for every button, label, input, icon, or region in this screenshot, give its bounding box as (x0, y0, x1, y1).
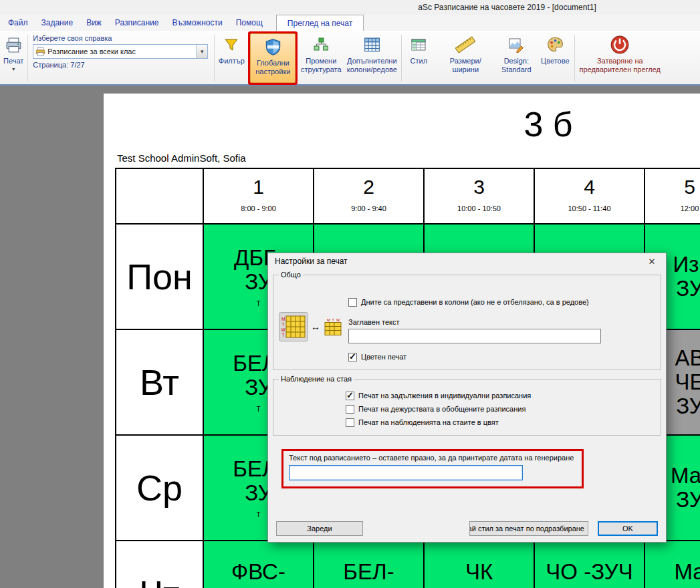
design-label-1: Design: (504, 57, 529, 65)
change-structure-button[interactable]: Промени структурата (299, 32, 343, 84)
ribbon-toolbar: Печат Изберете своя справка Разписание з… (0, 31, 700, 86)
report-group: Изберете своя справка Разписание за всек… (29, 32, 213, 84)
checkbox-box[interactable] (348, 298, 357, 307)
power-icon (610, 35, 630, 55)
print-button[interactable]: Печат (0, 32, 27, 84)
ribbon-separator (574, 35, 575, 82)
ok-button[interactable]: OK (598, 521, 658, 536)
checkbox-box[interactable] (346, 392, 354, 400)
footer-text-label: Текст под разписанието – оставете празно… (289, 454, 576, 462)
lesson-cell: ЧК (424, 541, 534, 588)
combo-dropdown-button[interactable] (196, 45, 207, 58)
svg-text:M: M (327, 318, 330, 322)
grid-table-icon (363, 35, 381, 55)
checkbox-box[interactable] (348, 353, 357, 361)
days-in-columns-label: Дните са представени в колони (ако не е … (361, 298, 589, 306)
chevron-down-icon[interactable] (12, 66, 15, 73)
print-settings-dialog: Настройки за печат Общо M T (267, 253, 667, 543)
menu-file[interactable]: Файл (1, 15, 35, 31)
printer-icon (5, 35, 23, 55)
report-picker-label: Изберете своя справка (33, 34, 112, 42)
org-chart-icon (312, 35, 330, 55)
color-print-label: Цветен печат (361, 353, 406, 361)
extra-columns-rows-button[interactable]: Допълнителни колони/редове (343, 32, 400, 84)
menu-view[interactable]: Виж (80, 15, 108, 31)
ruler-icon (455, 35, 475, 55)
day-label: Ср (116, 435, 203, 541)
days-in-columns-checkbox[interactable]: Дните са представени в колони (ако не е … (348, 298, 654, 307)
window-title: aSc Разписание на часовете 2019 - [docum… (418, 3, 596, 12)
corner-cell (116, 168, 203, 224)
period-header: 2 9:00 - 9:40 (314, 168, 424, 224)
color-print-checkbox[interactable]: Цветен печат (348, 353, 654, 361)
close-preview-label-1: Затваряне на (597, 57, 643, 65)
svg-text:M: M (281, 317, 285, 321)
colors-label: Цветове (541, 57, 569, 65)
print-duties-summary-checkbox[interactable]: Печат на дежурствата в обобщените разпис… (346, 405, 654, 414)
palette-icon (546, 35, 564, 55)
period-header: 4 10:50 - 11:40 (534, 168, 645, 224)
period-header: 3 10:00 - 10:50 (424, 168, 534, 224)
lesson-cell: Ма (645, 541, 700, 588)
design-pencil-icon (507, 35, 525, 55)
filter-icon (223, 35, 240, 55)
global-settings-button[interactable]: Глобални настройки (251, 34, 295, 82)
dialog-buttons: Зареди Задай стил за печат по подразбира… (276, 521, 658, 536)
svg-text:W: W (336, 318, 340, 322)
close-preview-label-2: предварителен преглед (580, 65, 661, 74)
design-label-2: Standard (501, 65, 532, 74)
period-header: 1 8:00 - 9:00 (203, 168, 314, 224)
report-select-value: Разписание за всеки клас (47, 47, 196, 55)
filter-label: Филтър (219, 57, 245, 65)
checkbox-label: Печат на задължения в индивидуални разпи… (358, 392, 531, 400)
menu-timetable[interactable]: Разписание (108, 15, 166, 31)
ribbon-separator (27, 35, 28, 82)
page-status: Страница: 7/27 (33, 61, 84, 69)
close-preview-button[interactable]: Затваряне на предварителен преглед (576, 32, 664, 84)
annotation-red-box: Текст под разписанието – оставете празно… (281, 449, 584, 488)
filter-button[interactable]: Филтър (215, 32, 247, 84)
footer-text-input[interactable] (289, 465, 523, 480)
checkbox-box[interactable] (346, 418, 354, 427)
style-button[interactable]: Стил (402, 32, 435, 84)
print-duties-individual-checkbox[interactable]: Печат на задължения в индивидуални разпи… (346, 392, 654, 400)
style-label: Стил (411, 57, 428, 65)
swap-arrow-icon (311, 321, 320, 332)
close-icon[interactable] (642, 255, 662, 268)
global-settings-label-1: Глобални (257, 59, 289, 67)
change-structure-label-1: Промени (306, 57, 336, 65)
set-default-style-button[interactable]: Задай стил за печат по подразбиране (469, 521, 588, 536)
shield-icon (264, 37, 282, 57)
extra-columns-rows-label-2: колони/редове (347, 65, 397, 74)
days-in-rows-icon: M T W T (279, 312, 308, 341)
period-header: 5 12:00 (645, 168, 700, 224)
day-label: Чт (116, 541, 203, 588)
colors-button[interactable]: Цветове (536, 32, 574, 84)
menu-options[interactable]: Възможности (165, 15, 229, 31)
sizes-widths-button[interactable]: Размери/ширини (435, 32, 496, 84)
report-select[interactable]: Разписание за всеки клас (33, 44, 208, 59)
ribbon-separator (401, 35, 402, 82)
class-title: 3 б (104, 104, 700, 144)
tab-print-preview[interactable]: Преглед на печат (276, 15, 364, 31)
dialog-title: Настройки за печат (275, 257, 348, 266)
dialog-titlebar: Настройки за печат (268, 253, 666, 269)
checkbox-label: Печат на наблюденията на стаите в цвят (358, 418, 499, 426)
timetable-header-row: 1 8:00 - 9:00 2 9:00 - 9:40 3 10:00 - 10… (116, 168, 700, 224)
checkbox-box[interactable] (346, 405, 354, 414)
menu-task[interactable]: Задание (35, 15, 80, 31)
orientation-icons: M T W T M T W (279, 291, 348, 361)
window-titlebar: aSc Разписание на часовете 2019 - [docum… (0, 0, 700, 15)
svg-text:W: W (281, 327, 286, 332)
report-icon (35, 47, 45, 57)
supervision-group: Наблюдение на стая Печат на задължения в… (273, 379, 661, 436)
menu-help[interactable]: Помощ (229, 15, 269, 31)
load-button[interactable]: Зареди (276, 521, 363, 536)
timetable-row: Чт ФВС- БЕЛ- ЧК ЧО -ЗУЧ Ма (116, 541, 700, 588)
design-button[interactable]: Design: Standard (496, 32, 536, 84)
checkbox-label: Печат на дежурствата в обобщените разпис… (358, 405, 526, 413)
title-text-input[interactable] (348, 329, 601, 343)
style-table-icon (410, 35, 427, 55)
print-room-supervision-color-checkbox[interactable]: Печат на наблюденията на стаите в цвят (346, 418, 654, 427)
print-label: Печат (3, 57, 23, 65)
